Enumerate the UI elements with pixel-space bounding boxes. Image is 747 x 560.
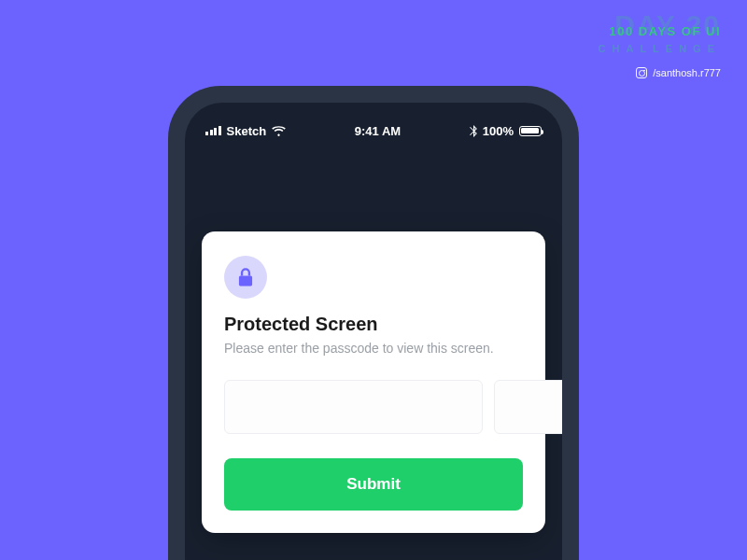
- phone-frame: Sketch 9:41 AM 100%: [168, 86, 579, 560]
- lock-icon: [224, 256, 267, 299]
- badge-front-text: 100 DAYS OF UI: [609, 24, 721, 38]
- status-right: 100%: [470, 124, 542, 138]
- carrier-label: Sketch: [227, 124, 267, 138]
- badge-title: DAY 20 100 DAYS OF UI: [599, 17, 721, 41]
- challenge-badge: DAY 20 100 DAYS OF UI CHALLENGE /santhos…: [599, 17, 721, 78]
- bluetooth-icon: [470, 125, 477, 137]
- instagram-icon: [636, 67, 647, 78]
- wifi-icon: [272, 126, 286, 136]
- card-title: Protected Screen: [224, 314, 523, 335]
- status-time: 9:41 AM: [355, 124, 401, 138]
- author-handle-text: /santhosh.r777: [653, 67, 721, 78]
- status-left: Sketch: [205, 124, 286, 138]
- passcode-digit-2[interactable]: [494, 380, 562, 434]
- author-handle[interactable]: /santhosh.r777: [599, 67, 721, 78]
- submit-button[interactable]: Submit: [224, 458, 523, 511]
- signal-icon: [205, 126, 221, 135]
- passcode-card: Protected Screen Please enter the passco…: [202, 231, 545, 533]
- passcode-input-row: [224, 380, 523, 434]
- card-subtitle: Please enter the passcode to view this s…: [224, 341, 523, 356]
- status-bar: Sketch 9:41 AM 100%: [185, 103, 562, 144]
- phone-screen: Sketch 9:41 AM 100%: [185, 103, 562, 560]
- badge-subtitle: CHALLENGE: [599, 43, 721, 54]
- battery-icon: [519, 126, 542, 136]
- battery-percent: 100%: [483, 124, 514, 138]
- passcode-digit-1[interactable]: [224, 380, 483, 434]
- svg-rect-0: [239, 275, 252, 286]
